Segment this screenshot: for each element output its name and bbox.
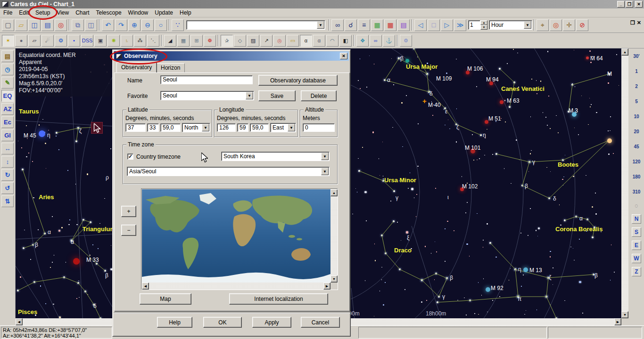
longitude-seconds-input[interactable]: 59,0 bbox=[250, 123, 269, 132]
show-comets-icon[interactable]: ☄ bbox=[41, 35, 54, 47]
cancel-button[interactable]: Cancel bbox=[301, 317, 340, 328]
flip-vertical-icon[interactable]: ↕ bbox=[1, 156, 14, 168]
telescope-slew-icon[interactable]: ✛ bbox=[563, 19, 575, 31]
equatorial-grid-icon[interactable]: ⊞ bbox=[190, 35, 203, 47]
time-step-spinner[interactable]: 1 ▲▼ bbox=[468, 20, 487, 30]
menu-update[interactable]: Update bbox=[151, 8, 176, 17]
show-nebulae-icon[interactable]: ● bbox=[15, 35, 27, 47]
dss-image-icon[interactable]: DSS bbox=[81, 35, 93, 47]
night-mode-icon[interactable]: ◧ bbox=[339, 35, 352, 47]
redo-icon[interactable]: ↷ bbox=[115, 19, 127, 31]
time-forward-icon[interactable]: ≫ bbox=[454, 19, 466, 31]
calendar-icon[interactable]: ▦ bbox=[371, 19, 383, 31]
scroll-left-icon[interactable]: ◀ bbox=[142, 282, 149, 290]
latitude-seconds-input[interactable]: 59,0 bbox=[160, 123, 181, 132]
zoom-extent-icon[interactable]: ⇅ bbox=[1, 195, 14, 207]
chevron-down-icon[interactable]: ▼ bbox=[524, 21, 531, 29]
fov-2[interactable]: 2 bbox=[630, 81, 643, 91]
selected-object-box[interactable] bbox=[91, 122, 103, 134]
object-images-icon[interactable]: ▣ bbox=[94, 35, 107, 47]
timezone-combobox[interactable]: Asia/Seoul ▼ bbox=[127, 167, 330, 176]
title-bar[interactable]: Cartes du Ciel - Chart_1 _ ❐ ✕ bbox=[0, 0, 644, 8]
chevron-down-icon[interactable]: ▼ bbox=[321, 168, 329, 175]
show-horizon-icon[interactable]: ◢ bbox=[164, 35, 176, 47]
scroll-up-icon[interactable]: ▲ bbox=[621, 48, 628, 56]
show-planets-icon[interactable]: ♄ bbox=[121, 35, 133, 47]
telescope-abort-icon[interactable]: ⊘ bbox=[576, 19, 588, 31]
longitude-degrees-input[interactable]: 126 bbox=[217, 123, 236, 132]
view-south-button[interactable]: S bbox=[632, 227, 641, 237]
show-galaxies-icon[interactable]: ❂ bbox=[55, 35, 67, 47]
show-outlines-icon[interactable]: ▱ bbox=[28, 35, 41, 47]
map-zoom-out-button[interactable]: − bbox=[121, 225, 136, 236]
scroll-left-icon[interactable]: ◀ bbox=[16, 318, 23, 325]
fov-10[interactable]: 10 bbox=[630, 111, 643, 121]
default-chart-icon[interactable]: ◎ bbox=[55, 19, 67, 31]
map-zoom-in-button[interactable]: + bbox=[121, 206, 136, 217]
dialog-close-button[interactable]: ✕ bbox=[340, 53, 347, 59]
fov-5[interactable]: 5 bbox=[630, 96, 643, 106]
latitude-direction-combobox[interactable]: North ▼ bbox=[182, 123, 210, 132]
chart-vertical-scrollbar[interactable]: ▲ ▼ bbox=[621, 48, 628, 318]
advanced-labels-icon[interactable]: α bbox=[313, 35, 325, 47]
world-map[interactable] bbox=[142, 189, 330, 282]
show-meteors-icon[interactable]: ⋱ bbox=[147, 35, 159, 47]
zoom-out-icon[interactable]: ⊖ bbox=[141, 19, 154, 31]
coord-az-button[interactable]: AZ bbox=[1, 103, 14, 115]
chevron-down-icon[interactable]: ▼ bbox=[321, 153, 329, 160]
rotate-ccw-icon[interactable]: ↺ bbox=[1, 182, 14, 194]
minimize-button[interactable]: _ bbox=[617, 1, 625, 8]
coord-eq-button[interactable]: EQ bbox=[1, 90, 14, 102]
child-close-button[interactable]: ✕ bbox=[637, 20, 641, 26]
altitude-input[interactable]: 0 bbox=[303, 123, 335, 132]
country-combobox[interactable]: South Korea ▼ bbox=[221, 152, 330, 161]
new-window-icon[interactable]: ◫ bbox=[85, 19, 97, 31]
print-icon[interactable]: ▤ bbox=[41, 19, 54, 31]
tab-horizon[interactable]: Horizon bbox=[156, 63, 185, 73]
help-button[interactable]: Help bbox=[157, 317, 192, 328]
map-horizontal-scrollbar[interactable]: ◀ ▶ bbox=[142, 282, 330, 290]
flip-horizontal-icon[interactable]: ↔ bbox=[1, 143, 14, 154]
copy-chart-icon[interactable]: ⧉ bbox=[72, 19, 84, 31]
compass-rose-icon[interactable]: ❁ bbox=[204, 35, 216, 47]
longitude-direction-combobox[interactable]: East ▼ bbox=[270, 123, 296, 132]
zoom-in-icon[interactable]: ⊕ bbox=[128, 19, 140, 31]
open-chart-icon[interactable]: ▱ bbox=[15, 19, 27, 31]
anchor-chart-icon[interactable]: ⚓ bbox=[383, 35, 395, 47]
time-step-value[interactable]: 1 bbox=[468, 20, 480, 30]
favorite-combobox[interactable]: Seoul ▼ bbox=[160, 91, 254, 100]
search-combobox[interactable]: ▼ bbox=[186, 20, 325, 30]
spin-down-icon[interactable]: ▼ bbox=[480, 25, 487, 30]
star-colors-icon[interactable]: ∵ bbox=[172, 19, 184, 31]
observing-notes-icon[interactable]: ✎ bbox=[1, 77, 14, 89]
local-horizon-icon[interactable]: ◠ bbox=[326, 35, 339, 47]
chevron-down-icon[interactable]: ▼ bbox=[202, 124, 209, 131]
view-zenith-button[interactable]: Z bbox=[632, 267, 641, 276]
object-labels-icon[interactable]: α bbox=[300, 35, 312, 47]
menu-telescope[interactable]: Telescope bbox=[93, 8, 125, 17]
telescope-panel-icon[interactable]: ⌖ bbox=[537, 19, 549, 31]
chevron-down-icon[interactable]: ▼ bbox=[246, 92, 253, 99]
latitude-minutes-input[interactable]: 33 bbox=[147, 123, 159, 132]
delete-button[interactable]: Delete bbox=[301, 90, 337, 101]
milky-way-icon[interactable]: ▨ bbox=[247, 35, 259, 47]
search-binoculars-icon[interactable]: ∞ bbox=[331, 19, 344, 31]
clock-icon[interactable]: ◷ bbox=[1, 64, 14, 75]
show-asterisms-icon[interactable]: ⁂ bbox=[134, 35, 146, 47]
longitude-minutes-input[interactable]: 59 bbox=[237, 123, 248, 132]
fov-180[interactable]: 180 bbox=[630, 171, 643, 182]
menu-help[interactable]: Help bbox=[176, 8, 195, 17]
coord-galactic-button[interactable]: Gl bbox=[1, 129, 14, 141]
time-play-icon[interactable]: ▷ bbox=[441, 19, 453, 31]
scroll-right-icon[interactable]: ▶ bbox=[614, 318, 621, 325]
show-stars-icon[interactable]: ✶ bbox=[2, 35, 14, 47]
telescope-center-icon[interactable]: ◎ bbox=[550, 19, 562, 31]
chevron-down-icon[interactable]: ▼ bbox=[288, 124, 295, 131]
link-charts-icon[interactable]: ∞ bbox=[370, 35, 382, 47]
time-unit-combobox[interactable]: Hour ▼ bbox=[489, 20, 532, 30]
constellation-lines-icon[interactable]: ✰ bbox=[221, 35, 233, 47]
latitude-degrees-input[interactable]: 37 bbox=[125, 123, 146, 132]
fov-310[interactable]: 310 bbox=[630, 186, 643, 197]
field-line-icon[interactable]: ↗ bbox=[260, 35, 272, 47]
new-chart-icon[interactable]: ▢ bbox=[2, 19, 14, 31]
